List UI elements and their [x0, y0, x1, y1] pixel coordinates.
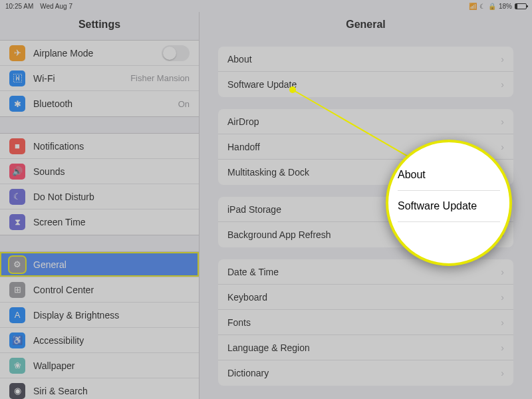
row-keyboard[interactable]: Keyboard› — [218, 285, 513, 310]
row-fonts[interactable]: Fonts› — [218, 310, 513, 335]
row-label: Dictionary — [227, 368, 269, 378]
sidebar-item-screen-time[interactable]: ⧗Screen Time — [0, 209, 199, 235]
chevron-right-icon: › — [501, 79, 504, 90]
sidebar-item-siri-search[interactable]: ◉Siri & Search — [0, 378, 199, 399]
control-center-icon: ⊞ — [9, 282, 25, 298]
sidebar-item-label: Display & Brightness — [33, 310, 119, 321]
sidebar-item-label: Screen Time — [33, 217, 86, 227]
sidebar-item-value: On — [178, 99, 190, 109]
row-about[interactable]: About› — [218, 47, 513, 72]
row-language-region[interactable]: Language & Region› — [218, 335, 513, 360]
row-label: Background App Refresh — [227, 229, 331, 240]
battery-pct: 18% — [499, 3, 512, 10]
sidebar-item-bluetooth[interactable]: ✱BluetoothOn — [0, 91, 199, 116]
row-date-time[interactable]: Date & Time› — [218, 259, 513, 285]
chevron-right-icon: › — [501, 267, 504, 277]
sidebar-item-notifications[interactable]: ■Notifications — [0, 134, 199, 159]
orientation-lock-icon: 🔒 — [488, 3, 496, 10]
row-label: Keyboard — [227, 292, 267, 303]
dnd-icon: ☾ — [479, 3, 485, 10]
sidebar-item-label: Notifications — [33, 141, 84, 152]
chevron-right-icon: › — [501, 142, 504, 152]
chevron-right-icon: › — [501, 54, 504, 65]
row-label: Software Update — [227, 79, 297, 90]
row-label: AirDrop — [227, 116, 259, 127]
sidebar-item-sounds[interactable]: 🔊Sounds — [0, 159, 199, 184]
status-bar: 10:25 AM Wed Aug 7 📶 ☾ 🔒 18% — [0, 0, 532, 12]
notifications-icon: ■ — [9, 138, 25, 154]
row-label: Multitasking & Dock — [227, 167, 309, 178]
sidebar-item-label: Wi-Fi — [33, 73, 55, 84]
row-software-update[interactable]: Software Update› — [218, 72, 513, 97]
airplane-mode-switch[interactable] — [162, 45, 190, 61]
bluetooth-icon: ✱ — [9, 96, 25, 112]
screen-time-icon: ⧗ — [9, 214, 25, 230]
content-title: General — [200, 12, 532, 40]
general-icon: ⚙ — [9, 257, 25, 273]
row-label: About — [227, 54, 252, 65]
sidebar-item-label: Sounds — [33, 166, 65, 177]
sidebar-item-display-brightness[interactable]: ADisplay & Brightness — [0, 303, 199, 328]
sidebar-item-label: Control Center — [33, 285, 94, 295]
sidebar-item-do-not-disturb[interactable]: ☾Do Not Disturb — [0, 184, 199, 209]
sidebar-item-label: General — [33, 259, 66, 270]
battery-icon — [515, 3, 527, 9]
row-ipad-storage[interactable]: iPad Storage› — [218, 197, 513, 222]
row-label: Fonts — [227, 317, 251, 328]
display-brightness-icon: A — [9, 307, 25, 323]
status-date: Wed Aug 7 — [40, 3, 72, 10]
chevron-right-icon: › — [501, 368, 504, 378]
sidebar-item-control-center[interactable]: ⊞Control Center — [0, 277, 199, 303]
row-multitasking-dock[interactable]: Multitasking & Dock› — [218, 160, 513, 185]
sidebar-item-airplane-mode[interactable]: ✈Airplane Mode — [0, 41, 199, 66]
sidebar-item-label: Bluetooth — [33, 98, 72, 109]
siri-search-icon: ◉ — [9, 383, 25, 399]
row-label: Language & Region — [227, 342, 310, 353]
wifi-icon: 📶 — [469, 3, 477, 10]
sidebar-item-value: Fisher Mansion — [130, 73, 190, 83]
chevron-right-icon: › — [501, 317, 504, 328]
sidebar-item-label: Accessibility — [33, 335, 84, 346]
content-pane[interactable]: General About›Software Update› AirDrop›H… — [200, 12, 532, 399]
sidebar-item-label: Airplane Mode — [33, 48, 93, 59]
chevron-right-icon: › — [501, 342, 504, 353]
sidebar-title: Settings — [0, 12, 199, 40]
chevron-right-icon: › — [501, 204, 504, 215]
chevron-right-icon: › — [501, 229, 504, 240]
chevron-right-icon: › — [501, 116, 504, 127]
accessibility-icon: ♿ — [9, 332, 25, 348]
airplane-mode-icon: ✈ — [9, 45, 25, 61]
do-not-disturb-icon: ☾ — [9, 189, 25, 205]
row-handoff[interactable]: Handoff› — [218, 134, 513, 160]
row-label: iPad Storage — [227, 204, 281, 215]
row-label: Date & Time — [227, 267, 279, 277]
sidebar-item-label: Do Not Disturb — [33, 192, 94, 202]
sidebar-item-wallpaper[interactable]: ❀Wallpaper — [0, 353, 199, 378]
wallpaper-icon: ❀ — [9, 358, 25, 374]
sounds-icon: 🔊 — [9, 164, 25, 180]
wi-fi-icon: 🇼 — [9, 70, 25, 86]
sidebar-item-wi-fi[interactable]: 🇼Wi-FiFisher Mansion — [0, 66, 199, 91]
sidebar-item-general[interactable]: ⚙General — [0, 252, 199, 277]
row-label: Handoff — [227, 142, 260, 152]
sidebar-item-label: Wallpaper — [33, 360, 75, 371]
row-dictionary[interactable]: Dictionary› — [218, 360, 513, 386]
row-airdrop[interactable]: AirDrop› — [218, 109, 513, 134]
app-viewport: 10:25 AM Wed Aug 7 📶 ☾ 🔒 18% Settings ✈A… — [0, 0, 532, 399]
status-time: 10:25 AM — [5, 3, 33, 10]
settings-sidebar[interactable]: Settings ✈Airplane Mode🇼Wi-FiFisher Mans… — [0, 12, 200, 399]
chevron-right-icon: › — [501, 167, 504, 178]
sidebar-item-label: Siri & Search — [33, 386, 88, 396]
row-background-app-refresh[interactable]: Background App Refresh› — [218, 222, 513, 247]
chevron-right-icon: › — [501, 292, 504, 303]
sidebar-item-accessibility[interactable]: ♿Accessibility — [0, 328, 199, 353]
